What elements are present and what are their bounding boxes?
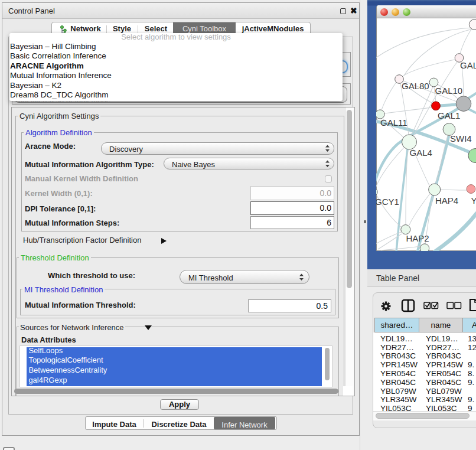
svg-text:GCY1: GCY1 [376,197,399,207]
svg-text:GAL10: GAL10 [435,86,463,96]
svg-text:HAP4: HAP4 [435,195,458,206]
svg-text:GAL1: GAL1 [438,110,460,120]
svg-text:GAL80: GAL80 [402,81,429,91]
svg-text:SWI4: SWI4 [450,133,472,144]
svg-text:GAL11: GAL11 [380,118,407,128]
svg-text:Y: Y [471,195,476,206]
svg-text:HAP2: HAP2 [406,233,429,243]
svg-text:GAL4: GAL4 [410,148,432,158]
svg-text:GAL7: GAL7 [460,60,476,70]
